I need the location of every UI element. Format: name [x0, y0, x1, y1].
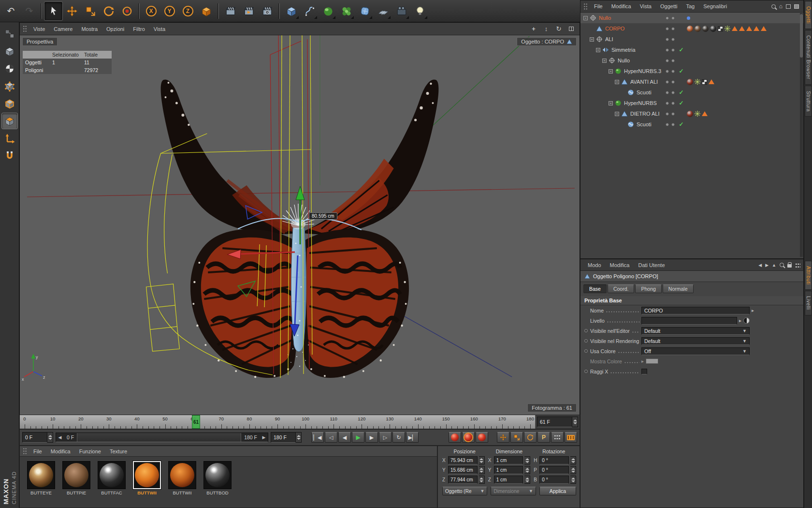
render-visibility-dot[interactable] [671, 38, 675, 41]
position-1-stepper[interactable] [479, 466, 485, 474]
snap-magnet-button[interactable] [2, 148, 17, 164]
viewport-menu-camere[interactable]: Camere [49, 25, 77, 33]
name-input[interactable]: CORPO [641, 307, 750, 314]
position-2-input[interactable]: 77.944 cm [448, 476, 478, 484]
object-label[interactable]: HyperNURBS [624, 100, 657, 106]
add-stage-button[interactable] [392, 2, 410, 20]
material-item[interactable]: BUTTWII [167, 461, 198, 495]
viewport-canvas[interactable]: y x z Prospettiva Selezionato Totale Ogg… [20, 35, 580, 415]
protection-tag-icon[interactable] [687, 16, 690, 20]
material-thumbnail[interactable] [133, 461, 161, 489]
current-frame-input[interactable]: 61 F [537, 417, 572, 427]
loop-end-input[interactable]: 180 F [271, 432, 296, 443]
home-icon[interactable]: ⌂ [779, 3, 783, 10]
selection-tag-icon[interactable] [761, 26, 767, 31]
goto-end-button[interactable]: ▶▏ [406, 432, 419, 443]
attribute-menu-modo[interactable]: Modo [583, 261, 606, 269]
viewport-menu-viste[interactable]: Viste [29, 25, 49, 33]
material-thumbnail[interactable] [203, 461, 232, 489]
tab-phong[interactable]: Phong [635, 284, 661, 293]
rotation-1-input[interactable]: 0 ° [539, 466, 569, 474]
scrollbar-thumb[interactable] [800, 14, 803, 58]
keyframe-dot[interactable] [584, 370, 588, 373]
view-label[interactable]: Prospettiva [22, 37, 58, 46]
collapse-expander[interactable]: - [615, 112, 619, 116]
undo-button[interactable]: ↶ [2, 2, 20, 20]
object-manager-menu-oggetti[interactable]: Oggetti [656, 2, 682, 11]
loop-button[interactable]: ↻ [392, 432, 405, 443]
parent-object-icon[interactable]: ▲ [772, 263, 776, 268]
apply-button[interactable]: Applica [539, 487, 576, 495]
object-label[interactable]: DIETRO ALI [630, 111, 660, 117]
enable-state[interactable]: ✓ [678, 46, 684, 53]
object-manager-menu-segnalibri[interactable]: Segnalibri [699, 2, 731, 11]
add-light-button[interactable] [411, 2, 429, 20]
collapse-expander[interactable]: - [596, 48, 600, 52]
editor-visibility-dot[interactable] [666, 91, 669, 94]
expand-arrow-icon[interactable]: ▸ [739, 318, 741, 323]
viewport-menu-opzioni[interactable]: Opzioni [102, 25, 129, 33]
expression-tag-icon[interactable] [725, 26, 730, 31]
rotate-button[interactable] [100, 2, 117, 20]
material-thumbnail[interactable] [98, 461, 126, 489]
loop-end-stepper[interactable] [296, 432, 302, 443]
texture-tag-icon[interactable] [687, 111, 693, 117]
texture-tag-icon[interactable] [710, 26, 716, 32]
window-icon[interactable] [794, 4, 799, 9]
editor-visibility-dot[interactable] [666, 70, 669, 73]
size-mode-select[interactable]: Dimensione▼ [491, 487, 536, 495]
material-menu-funzione[interactable]: Funzione [75, 447, 105, 456]
editor-visibility-dot[interactable] [666, 102, 669, 105]
editor-visibility-dot[interactable] [666, 112, 669, 116]
object-label[interactable]: HyperNURBS.3 [624, 68, 661, 74]
attribute-menu-modifica[interactable]: Modifica [606, 261, 634, 269]
object-row-corpo[interactable]: CORPO [580, 23, 803, 34]
object-label[interactable]: Simmetria [611, 47, 636, 53]
enable-state[interactable]: ✓ [678, 100, 684, 106]
expand-arrow-icon[interactable]: ▸ [752, 308, 754, 313]
config-grid-icon[interactable] [795, 263, 800, 268]
enable-state[interactable]: ✓ [678, 68, 684, 75]
viewport-menu-filtro[interactable]: Filtro [129, 25, 149, 33]
coordinate-mode-select[interactable]: Oggetto (Re▼ [442, 487, 487, 495]
size-2-stepper[interactable] [524, 476, 530, 484]
move-button[interactable] [63, 2, 81, 20]
add-deformer-button[interactable] [356, 2, 374, 20]
next-frame-button[interactable]: ▶ [365, 432, 378, 443]
add-primitive-cube-button[interactable] [282, 2, 300, 20]
record-rotation-button[interactable] [524, 432, 536, 443]
object-row-simmetria[interactable]: -Simmetria✓ [580, 45, 803, 55]
visibile-nell-editor-select[interactable]: Default▼ [641, 327, 750, 335]
selection-tag-icon[interactable] [739, 26, 745, 31]
object-row-hypernurbs[interactable]: -HyperNURBS✓ [580, 98, 803, 108]
polygons-mode-button[interactable] [2, 113, 17, 129]
collapse-expander[interactable]: - [609, 69, 613, 74]
goto-start-button[interactable]: ▏◀ [311, 432, 324, 443]
expression-tag-icon[interactable] [695, 111, 700, 117]
rotation-0-stepper[interactable] [570, 456, 576, 464]
render-visibility-dot[interactable] [671, 80, 675, 84]
size-1-input[interactable]: 1 cm [494, 466, 523, 474]
keyframe-dot[interactable] [584, 349, 588, 353]
editor-visibility-dot[interactable] [666, 80, 669, 84]
selection-tag-icon[interactable] [709, 79, 714, 84]
editor-visibility-dot[interactable] [666, 27, 669, 30]
search-icon[interactable] [771, 4, 776, 9]
render-visibility-dot[interactable] [671, 27, 675, 30]
object-label[interactable]: Scuoti [637, 121, 652, 127]
viewport-menu-vista[interactable]: Vista [149, 25, 170, 33]
layer-browser-icon[interactable] [743, 317, 750, 324]
object-manager-menu-file[interactable]: File [590, 2, 607, 11]
object-axis-mode-button[interactable] [2, 131, 17, 146]
panel-grip-icon[interactable] [23, 448, 27, 455]
record-point-level-button[interactable] [551, 432, 564, 443]
rotation-0-input[interactable]: 0 ° [539, 456, 569, 464]
coordinate-system-button[interactable] [197, 2, 215, 20]
object-label[interactable]: CORPO [605, 26, 624, 31]
range-right-arrow-icon[interactable]: ▶ [260, 435, 268, 440]
editor-visibility-dot[interactable] [666, 59, 669, 62]
collapse-expander[interactable]: - [615, 80, 619, 84]
lock-y-button[interactable]: Y [160, 2, 178, 20]
render-settings-button[interactable] [258, 2, 276, 20]
range-left-arrow-icon[interactable]: ◀ [56, 435, 64, 440]
